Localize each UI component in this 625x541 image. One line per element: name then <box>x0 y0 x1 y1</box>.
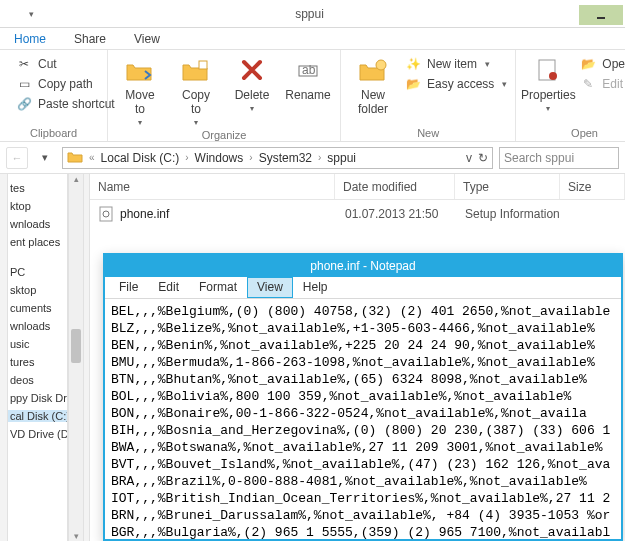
ribbon-tabs: Home Share View <box>0 28 625 50</box>
breadcrumb-seg[interactable]: sppui <box>327 151 356 165</box>
nav-item[interactable]: ent places <box>8 236 67 248</box>
nav-item[interactable]: usic <box>8 338 67 350</box>
breadcrumb-seg[interactable]: System32 <box>259 151 312 165</box>
chevron-down-icon[interactable]: ▾ <box>29 9 34 19</box>
new-item-button[interactable]: ✨ New item▾ <box>405 56 507 72</box>
nav-item[interactable]: ktop <box>8 200 67 212</box>
new-folder-button[interactable]: New folder <box>349 54 397 116</box>
tab-home[interactable]: Home <box>0 29 60 49</box>
navigation-pane[interactable]: tesktopwnloadsent placesPCsktopcumentswn… <box>8 174 68 541</box>
svg-rect-7 <box>100 207 112 221</box>
ribbon-group-clipboard: ✂ Cut ▭ Copy path 🔗 Paste shortcut Clipb… <box>0 50 108 141</box>
back-button[interactable]: ← <box>6 147 28 169</box>
group-label-open: Open <box>524 127 625 139</box>
scroll-up-icon[interactable]: ▴ <box>69 174 83 184</box>
edit-icon: ✎ <box>580 76 596 92</box>
nav-item[interactable]: ppy Disk Dri <box>8 392 67 404</box>
file-name: phone.inf <box>120 207 337 221</box>
scissors-icon: ✂ <box>16 56 32 72</box>
minimize-button[interactable] <box>579 5 623 25</box>
nav-item[interactable]: deos <box>8 374 67 386</box>
splitter[interactable] <box>84 174 90 541</box>
properties-label: Properties <box>521 88 576 102</box>
properties-icon <box>532 54 564 86</box>
breadcrumb-seg[interactable]: Local Disk (C:) <box>101 151 180 165</box>
edit-label: Edit <box>602 77 623 91</box>
refresh-icon[interactable]: ↻ <box>478 151 488 165</box>
notepad-text-area[interactable]: BEL,,,%Belgium%,(0) (800) 40758,(32) (2)… <box>105 299 621 539</box>
easy-access-label: Easy access <box>427 77 494 91</box>
menu-file[interactable]: File <box>109 277 148 298</box>
move-to-button[interactable]: Move to▾ <box>116 54 164 127</box>
easy-access-icon: 📂 <box>405 76 421 92</box>
easy-access-button[interactable]: 📂 Easy access▾ <box>405 76 507 92</box>
column-header-date[interactable]: Date modified <box>335 174 455 199</box>
menu-format[interactable]: Format <box>189 277 247 298</box>
rename-icon: ab <box>292 54 324 86</box>
nav-item[interactable]: wnloads <box>8 218 67 230</box>
history-dropdown-button[interactable]: ▾ <box>34 147 56 169</box>
paste-shortcut-label: Paste shortcut <box>38 97 115 111</box>
notepad-menu: File Edit Format View Help <box>105 277 621 299</box>
tab-share[interactable]: Share <box>60 29 120 49</box>
nav-scrollbar[interactable]: ▴ ▾ <box>68 174 84 541</box>
nav-item[interactable]: cal Disk (C:) <box>8 410 67 422</box>
move-to-label: Move to <box>125 88 154 116</box>
window-title: sppui <box>40 7 579 21</box>
scroll-down-icon[interactable]: ▾ <box>69 531 83 541</box>
file-row[interactable]: phone.inf 01.07.2013 21:50 Setup Informa… <box>90 200 625 228</box>
open-label: Open <box>602 57 625 71</box>
delete-icon <box>236 54 268 86</box>
menu-view[interactable]: View <box>247 277 293 298</box>
rename-button[interactable]: ab Rename <box>284 54 332 102</box>
paste-shortcut-icon: 🔗 <box>16 96 32 112</box>
window-titlebar: ▾ sppui <box>0 0 625 28</box>
move-to-icon <box>124 54 156 86</box>
ribbon-group-organize: Move to▾ Copy to▾ Delete▾ ab Rename Orga… <box>108 50 341 141</box>
file-type: Setup Information <box>457 207 562 221</box>
copy-path-button[interactable]: ▭ Copy path <box>16 76 115 92</box>
properties-button[interactable]: Properties▾ <box>524 54 572 113</box>
tab-view[interactable]: View <box>120 29 174 49</box>
rename-label: Rename <box>285 88 330 102</box>
ribbon-group-open: Properties▾ 📂 Open▾ ✎ Edit Open <box>516 50 625 141</box>
copy-to-button[interactable]: Copy to▾ <box>172 54 220 127</box>
copy-path-icon: ▭ <box>16 76 32 92</box>
scroll-thumb[interactable] <box>71 329 81 363</box>
address-row: ← ▾ « Local Disk (C:)› Windows› System32… <box>0 142 625 174</box>
paste-shortcut-button[interactable]: 🔗 Paste shortcut <box>16 96 115 112</box>
address-bar[interactable]: « Local Disk (C:)› Windows› System32› sp… <box>62 147 493 169</box>
nav-item[interactable]: VD Drive (D:) <box>8 428 67 440</box>
qat-area: ▾ <box>0 9 40 19</box>
nav-item[interactable]: sktop <box>8 284 67 296</box>
breadcrumb-seg[interactable]: Windows <box>195 151 244 165</box>
svg-rect-1 <box>199 61 207 69</box>
column-header-size[interactable]: Size <box>560 174 625 199</box>
file-date: 01.07.2013 21:50 <box>337 207 457 221</box>
column-headers: Name Date modified Type Size <box>90 174 625 200</box>
svg-text:ab: ab <box>302 63 316 77</box>
address-dropdown-icon[interactable]: v <box>466 151 472 165</box>
edit-button[interactable]: ✎ Edit <box>580 76 625 92</box>
nav-item[interactable]: tes <box>8 182 67 194</box>
new-item-label: New item <box>427 57 477 71</box>
cut-button[interactable]: ✂ Cut <box>16 56 115 72</box>
nav-item[interactable]: PC <box>8 266 67 278</box>
notepad-titlebar[interactable]: phone.inf - Notepad <box>105 255 621 277</box>
menu-help[interactable]: Help <box>293 277 338 298</box>
nav-item[interactable]: cuments <box>8 302 67 314</box>
delete-button[interactable]: Delete▾ <box>228 54 276 113</box>
nav-item[interactable]: tures <box>8 356 67 368</box>
delete-label: Delete <box>235 88 270 102</box>
column-header-name[interactable]: Name <box>90 174 335 199</box>
menu-edit[interactable]: Edit <box>148 277 189 298</box>
copy-to-label: Copy to <box>182 88 210 116</box>
column-header-type[interactable]: Type <box>455 174 560 199</box>
left-gutter <box>0 174 8 541</box>
open-button[interactable]: 📂 Open▾ <box>580 56 625 72</box>
search-input[interactable]: Search sppui <box>499 147 619 169</box>
svg-point-4 <box>376 60 386 70</box>
nav-item[interactable]: wnloads <box>8 320 67 332</box>
copy-path-label: Copy path <box>38 77 93 91</box>
svg-point-6 <box>549 72 557 80</box>
